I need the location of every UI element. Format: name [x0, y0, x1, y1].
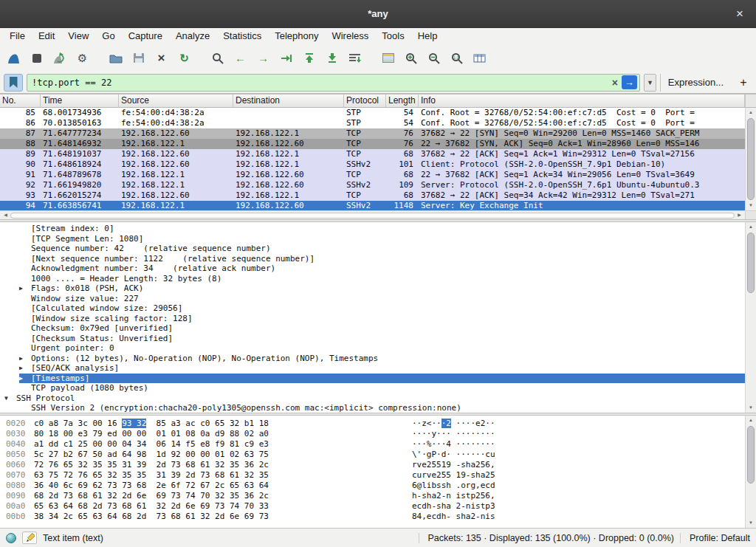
menu-capture[interactable]: Capture — [122, 28, 169, 44]
hex-row-00a0[interactable]: 00a065 63 64 68 2d 73 68 61 32 2d 6e 69 … — [0, 501, 756, 512]
detail-line[interactable]: TCP payload (1080 bytes) — [0, 383, 745, 393]
menu-view[interactable]: View — [61, 28, 95, 44]
menu-tools[interactable]: Tools — [375, 28, 410, 44]
scroll-up-icon[interactable]: ▲ — [746, 222, 756, 232]
column-header-protocol[interactable]: Protocol — [344, 94, 386, 107]
detail-line[interactable]: [Window size scaling factor: 128] — [0, 314, 745, 324]
filter-add-button[interactable]: + — [735, 74, 752, 92]
packet-row-94[interactable]: 9471.663856741192.168.122.1192.168.122.6… — [0, 201, 745, 211]
colorize-button[interactable] — [377, 47, 399, 69]
title-bar[interactable]: *any × — [0, 0, 756, 28]
menu-help[interactable]: Help — [411, 28, 444, 44]
details-vthumb[interactable] — [747, 233, 755, 293]
expert-info-icon[interactable] — [6, 533, 16, 543]
go-back-button[interactable]: ← — [230, 47, 251, 69]
column-header-time[interactable]: Time — [41, 94, 119, 107]
go-first-button[interactable] — [298, 47, 320, 69]
packet-row-87[interactable]: 8771.647777234192.168.122.60192.168.122.… — [0, 128, 745, 139]
status-profile[interactable]: Profile: Default — [680, 533, 750, 543]
capture-options-button[interactable]: ⚙ — [72, 47, 93, 69]
bytes-vscrollbar[interactable]: ▲ ▼ — [745, 416, 756, 528]
detail-line[interactable]: Urgent pointer: 0 — [0, 343, 745, 354]
scroll-up-icon[interactable]: ▲ — [746, 416, 756, 425]
detail-line[interactable]: ▶Flags: 0x018 (PSH, ACK) — [0, 283, 745, 294]
packet-row-90[interactable]: 9071.648618924192.168.122.60192.168.122.… — [0, 159, 745, 170]
menu-analyze[interactable]: Analyze — [169, 28, 216, 44]
menu-file[interactable]: File — [3, 28, 32, 44]
packet-row-93[interactable]: 9371.662015274192.168.122.60192.168.122.… — [0, 190, 745, 201]
find-packet-button[interactable] — [207, 47, 228, 69]
resize-columns-button[interactable] — [469, 47, 490, 69]
hex-row-0050[interactable]: 00505c 27 b2 67 50 ad 64 98 1d 92 00 00 … — [0, 450, 756, 460]
zoom-out-button[interactable] — [423, 47, 444, 69]
menu-go[interactable]: Go — [95, 28, 121, 44]
detail-line[interactable]: 1000 .... = Header Length: 32 bytes (8) — [0, 274, 745, 284]
packet-row-89[interactable]: 8971.648191037192.168.122.60192.168.122.… — [0, 149, 745, 159]
detail-line[interactable]: [Stream index: 0] — [0, 224, 745, 234]
column-header-no[interactable]: No. — [0, 94, 41, 107]
detail-line[interactable]: SSH Version 2 (encryption:chacha20-poly1… — [0, 403, 745, 413]
detail-line[interactable]: [Checksum Status: Unverified] — [0, 334, 745, 344]
hex-row-0090[interactable]: 009068 2d 73 68 61 32 2d 6e 69 73 74 70 … — [0, 491, 756, 501]
filter-bookmark-button[interactable] — [4, 74, 23, 92]
expand-icon[interactable]: ▶ — [19, 363, 31, 374]
scroll-up-icon[interactable]: ▲ — [746, 108, 756, 117]
detail-line[interactable]: Acknowledgment number: 34 (relative ack … — [0, 264, 745, 274]
column-header-info[interactable]: Info — [419, 94, 745, 107]
detail-line[interactable]: Sequence number: 42 (relative sequence n… — [0, 244, 745, 254]
detail-line[interactable]: Checksum: 0x79ed [unverified] — [0, 323, 745, 334]
menu-telephony[interactable]: Telephony — [268, 28, 325, 44]
expand-icon[interactable]: ▶ — [19, 374, 31, 384]
column-header-destination[interactable]: Destination — [233, 94, 344, 107]
capture-comment-icon[interactable] — [22, 531, 37, 544]
detail-line[interactable]: ▼SSH Protocol — [0, 393, 745, 404]
scroll-down-icon[interactable]: ▼ — [746, 518, 756, 528]
zoom-in-button[interactable] — [400, 47, 422, 69]
save-file-button[interactable] — [128, 47, 149, 69]
column-header-source[interactable]: Source — [119, 94, 233, 107]
packet-list-vscrollbar[interactable]: ▲ ▼ — [745, 108, 756, 210]
packet-row-86[interactable]: 8670.013850163fe:54:00:d4:38:2aSTP54Conf… — [0, 118, 745, 128]
open-file-button[interactable] — [105, 47, 126, 69]
hex-row-0080[interactable]: 008036 40 6c 69 62 73 73 68 2e 6f 72 67 … — [0, 481, 756, 491]
hex-row-00b0[interactable]: 00b038 34 2c 65 63 64 68 2d 73 68 61 32 … — [0, 512, 756, 522]
expand-icon[interactable]: ▶ — [19, 354, 31, 364]
packet-row-92[interactable]: 9271.661949820192.168.122.1192.168.122.6… — [0, 180, 745, 190]
menu-edit[interactable]: Edit — [32, 28, 61, 44]
scroll-down-icon[interactable]: ▼ — [746, 201, 756, 210]
detail-line[interactable]: ▶Options: (12 bytes), No-Operation (NOP)… — [0, 354, 745, 364]
expand-icon[interactable]: ▶ — [19, 283, 31, 294]
packet-list-hthumb[interactable] — [10, 213, 735, 219]
packet-row-91[interactable]: 9171.648789678192.168.122.1192.168.122.6… — [0, 170, 745, 180]
expression-button[interactable]: Expression... — [660, 74, 731, 92]
hex-row-0060[interactable]: 006072 76 65 32 35 35 31 39 2d 73 68 61 … — [0, 460, 756, 470]
filter-apply-button[interactable]: → — [622, 75, 637, 89]
hex-row-0040[interactable]: 0040a1 dd c1 25 00 00 04 34 06 14 f5 e8 … — [0, 439, 756, 450]
hex-row-0070[interactable]: 007063 75 72 76 65 32 35 35 31 39 2d 73 … — [0, 470, 756, 481]
detail-line[interactable]: Window size value: 227 — [0, 294, 745, 304]
scroll-left-icon[interactable]: ◀ — [1, 211, 10, 219]
hex-row-0020[interactable]: 0020c0 a8 7a 3c 00 16 93 32 85 a3 ac c0 … — [0, 419, 756, 429]
filter-clear-button[interactable]: × — [608, 78, 622, 88]
column-config-button[interactable] — [745, 94, 756, 108]
packet-row-85[interactable]: 8568.001734936fe:54:00:d4:38:2aSTP54Conf… — [0, 108, 745, 118]
detail-line[interactable]: ▶[Timestamps] — [0, 374, 745, 384]
start-capture-button[interactable] — [3, 47, 24, 69]
menu-wireless[interactable]: Wireless — [325, 28, 375, 44]
reload-button[interactable]: ↻ — [173, 47, 195, 69]
auto-scroll-button[interactable] — [344, 47, 365, 69]
details-vscrollbar[interactable]: ▲ ▼ — [745, 222, 756, 413]
column-header-length[interactable]: Length — [386, 94, 419, 107]
close-file-button[interactable]: × — [151, 47, 172, 69]
detail-line[interactable]: [TCP Segment Len: 1080] — [0, 234, 745, 244]
menu-statistics[interactable]: Statistics — [216, 28, 268, 44]
go-forward-button[interactable]: → — [252, 47, 274, 69]
scroll-down-icon[interactable]: ▼ — [746, 403, 756, 413]
zoom-original-button[interactable]: 1:1 — [446, 47, 467, 69]
bytes-vthumb[interactable] — [747, 426, 755, 484]
filter-history-dropdown[interactable]: ▼ — [644, 74, 656, 92]
scroll-right-icon[interactable]: ▶ — [735, 211, 744, 219]
hex-row-0030[interactable]: 003080 18 00 e3 79 ed 00 00 01 01 08 0a … — [0, 429, 756, 439]
go-last-button[interactable] — [321, 47, 343, 69]
go-to-packet-button[interactable] — [275, 47, 297, 69]
